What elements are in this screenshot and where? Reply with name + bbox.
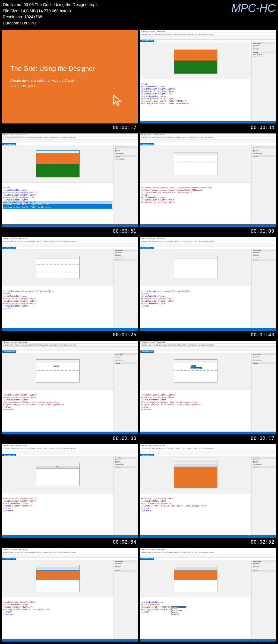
timestamp: 00:02:34 (2, 538, 138, 546)
thumbnail[interactable]: TheGrid - Microsoft Visual StudioFILE ED… (140, 133, 276, 235)
status-bar (140, 121, 276, 123)
player-logo: MPC-HC (231, 2, 275, 15)
timestamp: 00:03:09 (2, 642, 138, 644)
thumbnail[interactable]: TheGrid - Microsoft Visual StudioFILE ED… (140, 341, 276, 442)
document-tab: MainWindow.xaml (140, 40, 154, 42)
timestamp: 00:01:09 (140, 227, 276, 235)
thumbnail[interactable]: TheGrid - Microsoft Visual StudioFILE ED… (2, 341, 138, 442)
timestamp: 00:01:43 (140, 331, 276, 339)
intellisense-popup: DarkBlue DarkCyan DarkGoldenrod DarkGray… (171, 606, 186, 616)
file-name-label: File Name: 03 06 The Grid - Using the De… (3, 2, 98, 8)
slide-title: The Grid: Using the Designer (10, 65, 130, 72)
timestamp: 00:02:52 (140, 538, 276, 546)
timestamp: 00:01:26 (2, 331, 138, 339)
file-size-label: File Size: 14,0 MB (14 770 063 bytes) (3, 8, 98, 14)
code-editor: <Grid> <Grid.RowDefinitions> <RowDefinit… (2, 186, 113, 225)
resolution-label: Resolution: 1024x768 (3, 14, 98, 20)
thumbnail[interactable]: TheGrid - Microsoft Visual StudioFILE ED… (2, 237, 138, 339)
timestamp: 00:00:17 (2, 123, 138, 131)
thumbnail[interactable]: The Grid: Using the Designer Create rows… (2, 30, 138, 131)
thumbnail[interactable]: TheGrid - Microsoft Visual Studio FILE E… (140, 30, 276, 131)
thumbnail[interactable]: TheGrid - Microsoft Visual Studio FILE E… (2, 133, 138, 235)
timestamp: 00:00:34 (140, 123, 276, 131)
timestamp: 00:02:17 (140, 434, 276, 442)
vs-window: TheGrid - Microsoft Visual Studio FILE E… (140, 30, 276, 123)
timestamp: 00:02:00 (2, 434, 138, 442)
slide-subtitle: Create rows and columns with the Visual … (10, 78, 82, 88)
thumbnail-grid: The Grid: Using the Designer Create rows… (0, 28, 278, 644)
window-title: TheGrid - Microsoft Visual Studio (140, 30, 276, 33)
designer-surface (140, 42, 251, 79)
toolbar (140, 36, 276, 40)
thumbnail[interactable]: TheGrid - Microsoft Visual StudioFILE ED… (140, 548, 276, 644)
solution-explorer: Solution Explorer MainWindow App.xaml Re… (251, 42, 276, 121)
title-slide: The Grid: Using the Designer Create rows… (2, 30, 138, 123)
thumbnail[interactable]: TheGrid - Microsoft Visual StudioFILE ED… (140, 444, 276, 546)
timestamp: 00:00:51 (2, 227, 138, 235)
menu-bar: FILE EDIT VIEW PROJECT BUILD DEBUG TEAM … (140, 33, 276, 36)
cursor-icon (111, 94, 124, 107)
duration-label: Duration: 00:03:43 (3, 20, 98, 26)
thumbnail[interactable]: TheGrid - Microsoft Visual StudioFILE ED… (2, 548, 138, 644)
player-header: File Name: 03 06 The Grid - Using the De… (0, 0, 278, 28)
thumbnail[interactable]: TheGrid - Microsoft Visual StudioFILE ED… (2, 444, 138, 546)
timestamp: 00:03:26 (140, 642, 276, 644)
code-editor: <Grid> <Grid.RowDefinitions> <RowDefinit… (140, 82, 251, 121)
thumbnail[interactable]: TheGrid - Microsoft Visual StudioFILE ED… (140, 237, 276, 339)
